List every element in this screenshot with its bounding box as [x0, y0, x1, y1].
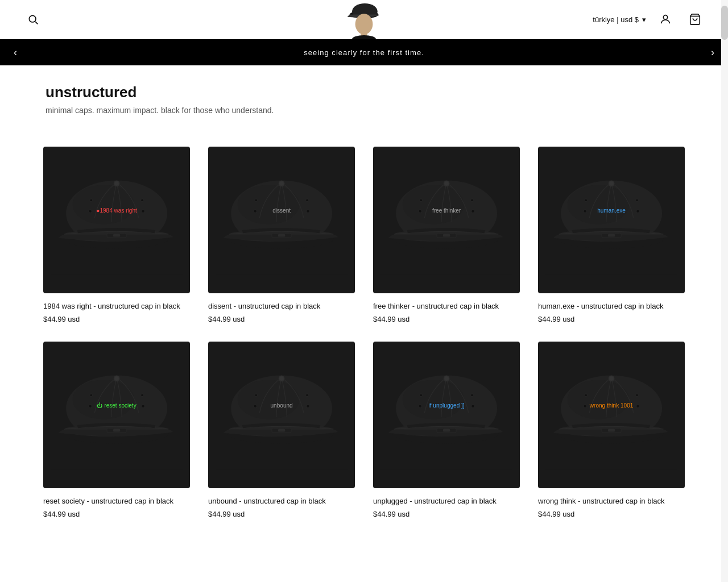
product-image: unbound — [208, 342, 355, 488]
product-card[interactable]: if unplugged ]] unplugged - unstructured… — [364, 332, 529, 527]
svg-text:⏻ reset society: ⏻ reset society — [97, 402, 136, 409]
svg-point-6 — [352, 35, 376, 39]
product-image: ⏻ reset society — [43, 342, 190, 488]
svg-point-58 — [585, 199, 588, 202]
svg-point-44 — [471, 210, 474, 213]
product-card[interactable]: free thinker free thinker - unstructured… — [364, 138, 529, 332]
svg-text:wrong think 1001: wrong think 1001 — [589, 402, 634, 409]
svg-rect-94 — [443, 429, 450, 432]
svg-point-85 — [306, 394, 309, 397]
product-card[interactable]: ⏻ reset society reset society - unstruct… — [34, 332, 199, 527]
product-card[interactable]: unbound unbound - unstructured cap in bl… — [199, 332, 364, 527]
header-right: türkiye | usd $ ▾ — [593, 9, 705, 30]
svg-point-19 — [90, 199, 93, 202]
svg-point-102 — [568, 380, 629, 419]
svg-point-45 — [420, 199, 423, 202]
product-grid: ●1984 was right 1984 was right - unstruc… — [0, 124, 728, 541]
svg-point-84 — [255, 394, 258, 397]
cap-illustration: human.exe — [545, 154, 677, 286]
svg-point-20 — [141, 199, 144, 202]
svg-point-97 — [420, 394, 423, 397]
svg-point-83 — [307, 405, 309, 408]
search-button[interactable] — [23, 9, 43, 30]
collection-title: unstructured — [46, 84, 682, 101]
svg-point-108 — [584, 405, 586, 408]
product-price: $44.99 usd — [208, 315, 355, 323]
product-price: $44.99 usd — [538, 315, 685, 323]
svg-rect-16 — [113, 234, 120, 237]
svg-point-39 — [444, 181, 449, 186]
svg-point-30 — [254, 210, 257, 213]
svg-point-32 — [255, 199, 258, 202]
svg-point-95 — [419, 405, 421, 408]
svg-text:unbound: unbound — [270, 402, 292, 409]
product-title: free thinker - unstructured cap in black — [373, 301, 520, 311]
svg-point-56 — [584, 210, 586, 213]
product-image: ●1984 was right — [43, 147, 190, 293]
product-price: $44.99 usd — [208, 510, 355, 518]
svg-point-70 — [142, 405, 144, 408]
svg-rect-29 — [278, 234, 285, 237]
product-image: free thinker — [373, 147, 520, 293]
svg-rect-68 — [113, 429, 120, 432]
cart-button[interactable] — [685, 9, 705, 30]
svg-point-0 — [29, 15, 36, 22]
product-card[interactable]: wrong think 1001 wrong think - unstructu… — [529, 332, 694, 527]
cart-icon — [689, 13, 701, 26]
svg-point-91 — [444, 376, 449, 381]
svg-point-46 — [471, 199, 474, 202]
svg-point-82 — [254, 405, 257, 408]
product-image: human.exe — [538, 147, 685, 293]
svg-point-111 — [636, 394, 639, 397]
login-button[interactable] — [655, 9, 676, 30]
svg-line-1 — [35, 22, 38, 24]
scrollbar[interactable] — [721, 0, 728, 541]
product-price: $44.99 usd — [538, 510, 685, 518]
collection-header: unstructured minimal caps. maximum impac… — [0, 65, 728, 124]
cap-illustration: ⏻ reset society — [51, 349, 183, 481]
header-left — [23, 9, 43, 30]
svg-point-65 — [114, 376, 119, 381]
site-logo[interactable] — [341, 0, 387, 42]
svg-point-11 — [73, 185, 134, 225]
product-title: human.exe - unstructured cap in black — [538, 301, 685, 311]
svg-text:free thinker: free thinker — [432, 207, 461, 214]
product-image: dissent — [208, 147, 355, 293]
svg-point-52 — [609, 181, 614, 186]
svg-point-69 — [89, 405, 92, 408]
product-card[interactable]: dissent dissent - unstructured cap in bl… — [199, 138, 364, 332]
product-title: unbound - unstructured cap in black — [208, 496, 355, 506]
locale-label: türkiye | usd $ — [593, 15, 639, 24]
product-title: 1984 was right - unstructured cap in bla… — [43, 301, 190, 311]
product-title: wrong think - unstructured cap in black — [538, 496, 685, 506]
product-price: $44.99 usd — [43, 315, 190, 323]
collection-description: minimal caps. maximum impact. black for … — [46, 106, 682, 115]
svg-point-18 — [142, 210, 144, 213]
announcement-prev-button[interactable]: ‹ — [14, 47, 17, 57]
announcement-text: seeing clearly for the first time. — [304, 48, 424, 57]
product-card[interactable]: human.exe human.exe - unstructured cap i… — [529, 138, 694, 332]
cap-illustration: unbound — [216, 349, 348, 481]
svg-point-17 — [89, 210, 92, 213]
svg-rect-107 — [608, 429, 615, 432]
cap-illustration: if unplugged ]] — [380, 349, 512, 481]
svg-point-37 — [403, 185, 464, 225]
announcement-bar: ‹ seeing clearly for the first time. › — [0, 39, 728, 65]
logo-svg — [344, 0, 384, 39]
svg-point-109 — [636, 405, 639, 408]
product-card[interactable]: ●1984 was right 1984 was right - unstruc… — [34, 138, 199, 332]
svg-point-110 — [585, 394, 588, 397]
svg-point-4 — [355, 14, 373, 34]
product-title: reset society - unstructured cap in blac… — [43, 496, 190, 506]
scrollbar-thumb — [721, 6, 728, 40]
svg-point-13 — [114, 181, 119, 186]
svg-text:●1984 was right: ●1984 was right — [96, 207, 137, 214]
svg-point-76 — [238, 380, 299, 419]
svg-point-50 — [568, 185, 629, 225]
svg-point-96 — [471, 405, 474, 408]
svg-point-31 — [307, 210, 309, 213]
locale-selector[interactable]: türkiye | usd $ ▾ — [593, 15, 646, 24]
svg-point-26 — [279, 181, 284, 186]
announcement-next-button[interactable]: › — [711, 47, 714, 57]
svg-point-7 — [663, 15, 667, 19]
